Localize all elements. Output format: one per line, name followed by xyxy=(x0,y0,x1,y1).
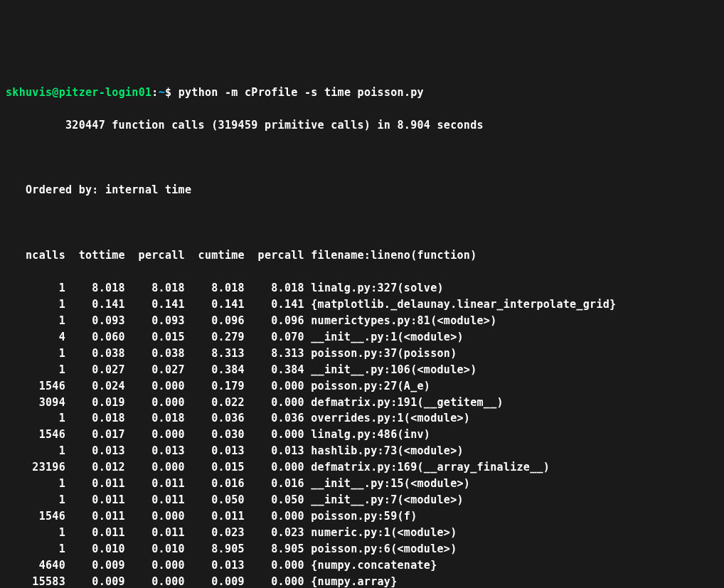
prompt-colon: : xyxy=(151,86,158,99)
profile-row: 23196 0.012 0.000 0.015 0.000 defmatrix.… xyxy=(6,459,718,476)
profile-row: 1 0.011 0.011 0.016 0.016 __init__.py:15… xyxy=(6,476,718,492)
profile-row: 1546 0.017 0.000 0.030 0.000 linalg.py:4… xyxy=(6,427,718,443)
profile-row: 1 8.018 8.018 8.018 8.018 linalg.py:327(… xyxy=(6,280,718,296)
prompt-path: ~ xyxy=(159,86,165,99)
profile-row: 1 0.011 0.011 0.023 0.023 numeric.py:1(<… xyxy=(6,525,718,541)
prompt-user: skhuvis xyxy=(6,86,52,99)
profile-row: 4640 0.009 0.000 0.013 0.000 {numpy.conc… xyxy=(6,557,718,574)
profile-row: 1546 0.011 0.000 0.011 0.000 poisson.py:… xyxy=(6,508,718,525)
profile-row: 1 0.038 0.038 8.313 8.313 poisson.py:37(… xyxy=(6,346,718,362)
profile-row: 1 0.013 0.013 0.013 0.013 hashlib.py:73(… xyxy=(6,443,718,459)
profile-row: 1 0.010 0.010 8.905 8.905 poisson.py:6(<… xyxy=(6,541,718,557)
profile-row: 4 0.060 0.015 0.279 0.070 __init__.py:1(… xyxy=(6,329,718,346)
blank-line xyxy=(6,149,718,166)
prompt-at: @ xyxy=(52,86,58,99)
profile-row: 1 0.018 0.018 0.036 0.036 overrides.py:1… xyxy=(6,410,718,427)
prompt-dollar: $ xyxy=(165,86,179,99)
blank-line xyxy=(6,215,718,231)
profile-rows: 1 8.018 8.018 8.018 8.018 linalg.py:327(… xyxy=(6,280,718,588)
terminal-output: skhuvis@pitzer-login01:~$ python -m cPro… xyxy=(6,68,718,588)
profile-row: 1 0.011 0.011 0.050 0.050 __init__.py:7(… xyxy=(6,492,718,508)
header-line: ncalls tottime percall cumtime percall f… xyxy=(6,247,718,264)
ordered-by-line: Ordered by: internal time xyxy=(6,182,718,198)
profile-row: 1 0.093 0.093 0.096 0.096 numerictypes.p… xyxy=(6,313,718,329)
profile-row: 1546 0.024 0.000 0.179 0.000 poisson.py:… xyxy=(6,378,718,395)
profile-row: 1 0.027 0.027 0.384 0.384 __init__.py:10… xyxy=(6,362,718,378)
summary-line: 320447 function calls (319459 primitive … xyxy=(6,117,718,134)
prompt-host: pitzer-login01 xyxy=(59,86,152,99)
profile-row: 3094 0.019 0.000 0.022 0.000 defmatrix.p… xyxy=(6,395,718,411)
profile-row: 1 0.141 0.141 0.141 0.141 {matplotlib._d… xyxy=(6,296,718,313)
profile-row: 15583 0.009 0.000 0.009 0.000 {numpy.arr… xyxy=(6,574,718,588)
command-text[interactable]: python -m cProfile -s time poisson.py xyxy=(179,86,424,99)
prompt-line: skhuvis@pitzer-login01:~$ python -m cPro… xyxy=(6,85,718,101)
